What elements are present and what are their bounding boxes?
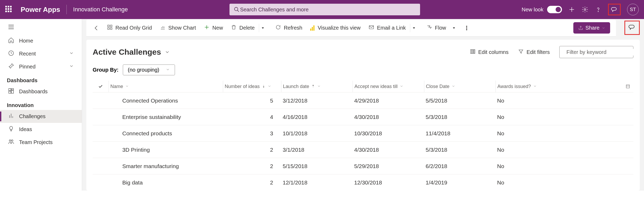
table-row[interactable]: Enterprise sustainability44/16/20184/30/…: [93, 109, 633, 125]
column-header-launch[interactable]: Launch date: [281, 81, 353, 92]
cell-name[interactable]: 3D Printing: [109, 147, 223, 153]
svg-rect-18: [108, 28, 109, 29]
chevron-down-icon: [533, 84, 537, 89]
cell-close: 11/4/2018: [424, 130, 496, 137]
column-header-name[interactable]: Name: [109, 81, 223, 92]
copilot-header-button[interactable]: [608, 4, 621, 15]
edit-columns-button[interactable]: Edit columns: [470, 49, 509, 56]
cmd-label: Delete: [239, 25, 255, 31]
svg-point-0: [235, 7, 238, 11]
table-row[interactable]: Smarter manufacturing25/15/20185/29/2018…: [93, 158, 633, 174]
refresh-icon: [275, 24, 281, 31]
cell-name[interactable]: Connected Operations: [109, 98, 223, 104]
nav-label: Pinned: [19, 64, 35, 70]
chevron-down-icon: [317, 84, 321, 89]
cell-num-ideas: 4: [223, 114, 281, 120]
keyword-filter-input[interactable]: [566, 49, 634, 55]
table-row[interactable]: Big data212/1/201812/30/20181/4/2019No: [93, 174, 633, 191]
cmd-label: Flow: [435, 25, 446, 31]
divider: [66, 5, 67, 14]
delete-button[interactable]: Delete: [229, 23, 256, 33]
svg-rect-10: [9, 89, 11, 91]
nav-recent[interactable]: Recent: [0, 47, 82, 60]
flow-split-caret[interactable]: [450, 24, 458, 32]
table-row[interactable]: Connected products310/1/201810/30/201811…: [93, 125, 633, 141]
cell-close: 6/2/2018: [424, 163, 496, 169]
column-header-awards[interactable]: Awards issued?: [496, 81, 570, 92]
nav-home[interactable]: Home: [0, 34, 82, 47]
team-icon: [8, 138, 14, 146]
svg-rect-31: [626, 85, 629, 88]
svg-rect-22: [369, 26, 374, 29]
nav-label: Team Projects: [19, 139, 53, 145]
cell-name[interactable]: Big data: [109, 179, 223, 186]
column-header-accept[interactable]: Accept new ideas till: [353, 81, 424, 92]
cell-name[interactable]: Smarter manufacturing: [109, 163, 223, 169]
cell-launch: 12/1/2018: [281, 179, 353, 186]
select-all-column[interactable]: [93, 81, 109, 92]
nav-ideas[interactable]: Ideas: [0, 123, 82, 136]
add-icon[interactable]: [568, 6, 575, 13]
cell-accept: 4/29/2018: [353, 98, 424, 104]
email-link-button[interactable]: Email a Link: [367, 23, 407, 33]
edit-filters-button[interactable]: Edit filters: [518, 49, 550, 56]
column-header-close[interactable]: Close Date: [424, 81, 496, 92]
home-icon: [8, 37, 14, 45]
chevron-down-icon: [125, 84, 129, 89]
visualize-button[interactable]: Visualize this view: [309, 24, 362, 32]
nav-group-dashboards: Dashboards: [0, 73, 82, 85]
read-only-grid-button[interactable]: Read Only Grid: [105, 23, 154, 33]
email-split-caret[interactable]: [410, 24, 417, 32]
svg-point-25: [466, 29, 467, 30]
flow-button[interactable]: Flow: [425, 23, 448, 33]
table-row[interactable]: Connected Operations53/12/20184/29/20185…: [93, 92, 633, 109]
overflow-button[interactable]: [462, 24, 471, 32]
brand-name: Power Apps: [21, 6, 60, 14]
global-search-input[interactable]: [240, 6, 416, 13]
nav-challenges[interactable]: Challenges: [0, 110, 82, 123]
cell-launch: 10/1/2018: [281, 130, 353, 137]
environment-name[interactable]: Innovation Challenge: [73, 6, 128, 13]
new-button[interactable]: New: [202, 23, 224, 33]
copilot-pane-button[interactable]: [624, 21, 640, 35]
cmd-label: Visualize this view: [318, 25, 361, 31]
svg-rect-27: [472, 49, 474, 53]
delete-split-caret[interactable]: [259, 24, 266, 32]
cell-accept: 4/30/2018: [353, 114, 424, 120]
table-row[interactable]: 3D Printing23/1/20184/30/20185/3/2018No: [93, 141, 633, 158]
nav-team-projects[interactable]: Team Projects: [0, 136, 82, 149]
app-launcher-icon[interactable]: [5, 6, 13, 13]
app-header: Power Apps Innovation Challenge New look…: [0, 0, 644, 19]
svg-point-23: [466, 26, 467, 27]
nav-dashboards[interactable]: Dashboards: [0, 85, 82, 98]
view-selector[interactable]: Active Challenges: [93, 48, 170, 57]
cell-awards: No: [496, 163, 570, 169]
back-button[interactable]: [92, 24, 101, 32]
toggle-switch-icon[interactable]: [547, 6, 562, 13]
new-look-toggle[interactable]: New look: [522, 6, 562, 13]
keyword-filter[interactable]: [559, 46, 633, 58]
col-label: Close Date: [426, 84, 449, 89]
refresh-button[interactable]: Refresh: [274, 23, 304, 33]
user-avatar[interactable]: ST: [627, 4, 639, 15]
nav-pinned[interactable]: Pinned: [0, 60, 82, 73]
cell-launch: 4/16/2018: [281, 114, 353, 120]
cmd-label: Share: [586, 25, 600, 31]
global-search[interactable]: [229, 4, 420, 15]
cell-num-ideas: 2: [223, 147, 281, 153]
cmd-label: Show Chart: [168, 25, 196, 31]
show-chart-button[interactable]: Show Chart: [158, 23, 198, 33]
nav-label: Home: [19, 38, 33, 44]
gear-icon[interactable]: [582, 6, 588, 13]
cell-name[interactable]: Enterprise sustainability: [109, 114, 223, 120]
cell-name[interactable]: Connected products: [109, 130, 223, 137]
help-icon[interactable]: [595, 6, 602, 13]
nav-label: Ideas: [19, 126, 32, 132]
column-header-number-ideas[interactable]: Number of ideas: [223, 81, 281, 92]
group-by-select[interactable]: (no grouping): [123, 64, 175, 75]
collapse-nav-button[interactable]: [0, 23, 82, 34]
column-chooser[interactable]: [570, 81, 633, 92]
cmd-label: Email a Link: [377, 25, 406, 31]
cell-launch: 3/1/2018: [281, 147, 353, 153]
share-button[interactable]: Share: [573, 22, 610, 34]
